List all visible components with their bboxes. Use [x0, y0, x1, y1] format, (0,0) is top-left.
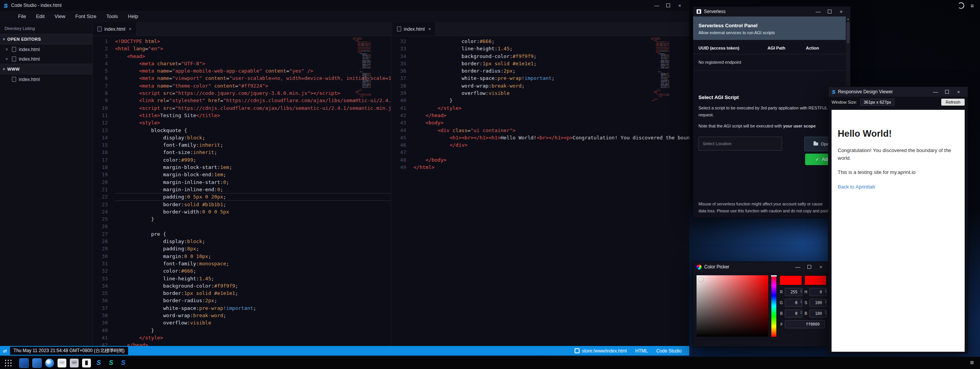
- code-line[interactable]: white-space:pre-wrap!important;: [115, 304, 391, 312]
- minimap[interactable]: <!DOCTYPE html><html lang="en"> <head> <…: [651, 38, 669, 101]
- code-line[interactable]: <!DOCTYPE html>: [115, 38, 391, 45]
- serverless-title-bar[interactable]: Serverless — ×: [693, 7, 850, 17]
- stepper-icons[interactable]: ▴▾: [800, 300, 802, 304]
- menu-item-file[interactable]: File: [13, 11, 31, 22]
- code-line[interactable]: <meta name="viewport" content="user-scal…: [115, 74, 391, 82]
- red-input[interactable]: [785, 288, 802, 296]
- document-icon[interactable]: [58, 359, 66, 367]
- scrollbar-thumb[interactable]: [847, 22, 850, 43]
- code-line[interactable]: white-space:pre-wrap!important;: [413, 74, 689, 82]
- code-line[interactable]: padding:0 5px 0 20px;: [115, 193, 391, 200]
- maximize-button[interactable]: [941, 88, 953, 96]
- code-line[interactable]: margin:0 0 10px;: [115, 253, 391, 260]
- code-area[interactable]: <!DOCTYPE html><html lang="en"> <head> <…: [113, 36, 391, 346]
- stepper-icons[interactable]: ▴▾: [800, 311, 802, 314]
- code-line[interactable]: </style>: [115, 334, 391, 341]
- maximize-button[interactable]: [824, 7, 835, 16]
- refresh-button[interactable]: Refresh: [941, 99, 965, 106]
- saturation-value-area[interactable]: [697, 275, 768, 337]
- code-line[interactable]: overflow:visible: [413, 89, 689, 97]
- code-line[interactable]: border-radius:2px;: [115, 297, 391, 304]
- code-line[interactable]: font-family:inherit;: [115, 141, 391, 149]
- back-link[interactable]: Back to Aprintlab: [838, 184, 875, 190]
- document-icon-2[interactable]: [70, 359, 79, 367]
- code-line[interactable]: <title>Testing Site</title>: [115, 112, 391, 119]
- code-line[interactable]: }: [115, 327, 391, 334]
- code-line[interactable]: <meta charset="UTF-8">: [115, 60, 391, 67]
- saturation-input[interactable]: [809, 299, 827, 307]
- code-line[interactable]: <script src="https://code.jquery.com/jqu…: [115, 89, 391, 97]
- close-button[interactable]: ×: [815, 263, 827, 271]
- minimize-button[interactable]: —: [812, 7, 824, 16]
- minimize-button[interactable]: —: [792, 263, 804, 271]
- minimize-button[interactable]: —: [930, 88, 941, 96]
- window-size-value[interactable]: 361px x 627px: [860, 99, 895, 106]
- code-line[interactable]: margin-inline-end:0;: [115, 186, 391, 193]
- code-line[interactable]: color:#999;: [115, 156, 391, 164]
- maximize-button[interactable]: [662, 1, 674, 10]
- editor-pane[interactable]: 1234567891011121314151617181920212223242…: [93, 36, 391, 346]
- code-area[interactable]: color:#666; line-height:1.45; background…: [411, 36, 689, 346]
- app-window-icon[interactable]: [19, 358, 29, 368]
- code-line[interactable]: </head>: [115, 341, 391, 346]
- serverless-app-icon[interactable]: [82, 359, 91, 367]
- code-line[interactable]: <link rel="stylesheet" href="https://cdn…: [115, 97, 391, 104]
- sidebar-file-item[interactable]: index.html: [0, 74, 92, 84]
- scrollbar-up-icon[interactable]: ▴: [846, 17, 850, 21]
- code-line[interactable]: <style>: [115, 119, 391, 126]
- code-line[interactable]: <html lang="en">: [115, 45, 391, 52]
- code-line[interactable]: <div class="ui container">: [413, 127, 689, 134]
- start-menu-icon[interactable]: [4, 359, 13, 367]
- sidebar-section-www[interactable]: ▾WWW: [0, 64, 92, 74]
- code-line[interactable]: </head>: [413, 112, 689, 119]
- code-line[interactable]: margin-block-end:1em;: [115, 171, 391, 178]
- app-window-icon-2[interactable]: [32, 358, 42, 368]
- sidebar-section-open-editors[interactable]: ▾OPEN EDITORS: [0, 34, 92, 45]
- code-line[interactable]: font-size:inherit;: [115, 149, 391, 156]
- file-path-status[interactable]: store:/www/index.html: [575, 348, 627, 354]
- code-line[interactable]: </style>: [413, 104, 689, 112]
- code-line[interactable]: [413, 149, 689, 156]
- code-line[interactable]: display:block;: [115, 238, 391, 245]
- taskbar-menu-icon[interactable]: ≡: [970, 359, 976, 367]
- code-line[interactable]: border:1px solid #e1e1e1;: [413, 60, 689, 67]
- menu-item-view[interactable]: View: [49, 11, 70, 22]
- menu-item-tools[interactable]: Tools: [101, 11, 123, 22]
- sync-icon[interactable]: ⇄: [3, 348, 7, 354]
- stepper-icons[interactable]: ▴▾: [825, 289, 826, 293]
- code-line[interactable]: line-height:1.45;: [115, 275, 391, 282]
- code-studio-icon-blue-2[interactable]: [119, 359, 128, 367]
- hex-input[interactable]: [785, 320, 825, 328]
- blue-input[interactable]: [785, 309, 802, 318]
- code-line[interactable]: <h1><br></h1><h1>Hello World!<br></h1><p…: [413, 134, 689, 141]
- menu-item-help[interactable]: Help: [123, 11, 143, 22]
- code-line[interactable]: word-wrap:break-word;: [413, 82, 689, 89]
- editor-tab[interactable]: index.html×: [392, 22, 436, 36]
- close-button[interactable]: ×: [953, 88, 964, 96]
- code-line[interactable]: <meta name="theme-color" content="#ff922…: [115, 82, 391, 89]
- code-line[interactable]: display:block;: [115, 134, 391, 141]
- sidebar-file-item[interactable]: ×index.html: [0, 45, 92, 54]
- close-file-icon[interactable]: ×: [5, 47, 9, 52]
- code-line[interactable]: <script src="https://cdnjs.cloudflare.co…: [115, 104, 391, 112]
- code-line[interactable]: }: [413, 97, 689, 104]
- code-line[interactable]: <meta name="apple-mobile-web-app-capable…: [115, 67, 391, 74]
- code-studio-icon-teal[interactable]: [107, 359, 115, 367]
- code-line[interactable]: <head>: [115, 53, 391, 60]
- code-line[interactable]: margin-block-start:1em;: [115, 164, 391, 171]
- language-mode-status[interactable]: HTML: [635, 348, 648, 354]
- menu-item-font-size[interactable]: Font Size: [70, 11, 101, 22]
- stepper-icons[interactable]: ▴▾: [825, 300, 826, 304]
- code-line[interactable]: line-height:1.45;: [413, 45, 689, 52]
- code-line[interactable]: color:#666;: [413, 38, 689, 45]
- code-line[interactable]: background-color:#f9f9f9;: [413, 53, 689, 60]
- code-line[interactable]: border-radius:2px;: [413, 67, 689, 74]
- tab-close-icon[interactable]: ×: [428, 26, 431, 32]
- code-line[interactable]: blockquote {: [115, 127, 391, 134]
- maximize-button[interactable]: [804, 263, 815, 271]
- hue-input[interactable]: [809, 288, 827, 296]
- close-button[interactable]: ×: [835, 7, 847, 16]
- sidebar-file-item[interactable]: ×index.html: [0, 54, 92, 64]
- title-bar[interactable]: S Code Studio - index.html — ×: [0, 0, 689, 11]
- close-button[interactable]: ×: [674, 1, 685, 10]
